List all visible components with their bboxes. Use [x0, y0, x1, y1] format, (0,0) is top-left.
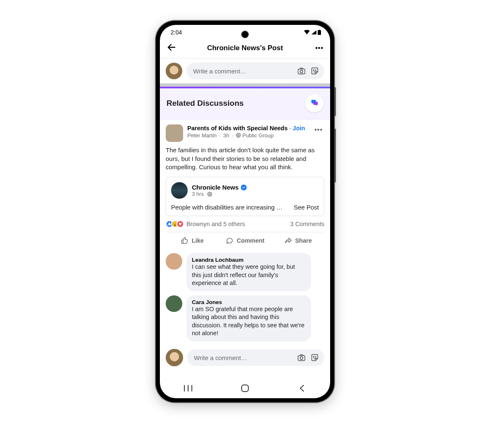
comment-item: Cara Jones I am SO grateful that more pe…: [166, 295, 324, 341]
camera-hole: [241, 31, 249, 38]
post-header: Parents of Kids with Special Needs · Joi…: [166, 124, 324, 142]
page-title: Chronicle News's Post: [177, 44, 313, 52]
camera-icon[interactable]: [297, 353, 306, 362]
verified-badge-icon: [241, 185, 247, 190]
commenter-name: Cara Jones: [192, 299, 306, 305]
embedded-source-name: Chronicle News: [192, 184, 239, 191]
related-heading: Related Discussions: [167, 99, 244, 108]
comment-composer-bottom: Write a comment…: [160, 346, 330, 371]
status-indicators: [304, 30, 321, 35]
recents-icon: [184, 385, 193, 392]
related-post: Parents of Kids with Special Needs · Joi…: [160, 119, 330, 249]
svg-point-11: [315, 356, 316, 357]
app-header: Chronicle News's Post •••: [160, 40, 330, 58]
user-avatar[interactable]: [166, 63, 182, 79]
globe-icon: [236, 133, 241, 138]
like-button[interactable]: Like: [166, 232, 218, 249]
svg-point-4: [313, 70, 314, 71]
share-button[interactable]: Share: [272, 232, 324, 249]
svg-point-5: [315, 70, 316, 71]
home-icon: [241, 384, 249, 392]
battery-icon: [318, 30, 321, 35]
post-time: 3h: [223, 132, 229, 139]
chevron-left-icon: [299, 385, 305, 392]
embedded-post-card[interactable]: Chronicle News 3 hrs People wit: [166, 177, 324, 216]
comment-text: I am SO grateful that more people are ta…: [192, 305, 306, 338]
home-button[interactable]: [228, 384, 262, 392]
share-icon: [284, 236, 292, 245]
user-avatar[interactable]: [166, 349, 183, 366]
svg-point-9: [300, 357, 303, 359]
join-link[interactable]: Join: [293, 125, 305, 131]
embedded-time: 3 hrs: [192, 191, 204, 197]
svg-rect-1: [318, 30, 320, 30]
status-time: 2:04: [171, 29, 182, 36]
arrow-left-icon: [167, 42, 176, 52]
commenter-avatar[interactable]: [166, 295, 182, 312]
back-nav-button[interactable]: [285, 385, 318, 392]
reactions-row[interactable]: 😮 Brownyn and 5 others 3 Comments: [166, 216, 324, 231]
camera-icon[interactable]: [297, 66, 306, 75]
comment-icon: [225, 236, 234, 245]
comment-bubble[interactable]: Cara Jones I am SO grateful that more pe…: [186, 295, 311, 341]
post-author[interactable]: Peter Martin: [187, 132, 217, 139]
recents-button[interactable]: [172, 385, 205, 392]
globe-icon: [207, 192, 212, 197]
related-discussions-header: Related Discussions: [160, 88, 330, 119]
chat-bubbles-icon: [310, 99, 319, 108]
post-action-bar: Like Comment Share: [166, 232, 324, 249]
header-more-button[interactable]: •••: [313, 44, 323, 52]
phone-frame: 2:04 Chronicle News's Post ••• Write a c…: [156, 21, 334, 402]
embedded-snippet: People with disabilities are increasing …: [171, 204, 292, 211]
reaction-icons: 😮: [166, 220, 184, 228]
group-avatar[interactable]: [166, 124, 183, 142]
svg-point-10: [313, 356, 314, 357]
embedded-source-avatar: [171, 182, 188, 199]
signal-icon: [311, 30, 317, 35]
comment-bubble[interactable]: Leandra Lochbaum I can see what they wer…: [186, 253, 311, 291]
post-visibility: Public Group: [243, 132, 274, 139]
post-more-button[interactable]: •••: [313, 124, 324, 135]
post-body: The families in this article don't look …: [166, 142, 324, 177]
sticker-icon[interactable]: [310, 66, 319, 75]
love-reaction-icon: [176, 220, 184, 228]
comment-text: I can see what they were going for, but …: [192, 263, 306, 287]
back-button[interactable]: [167, 42, 177, 54]
commenter-name: Leandra Lochbaum: [192, 257, 306, 263]
android-nav-bar: [160, 378, 330, 398]
comment-item: Leandra Lochbaum I can see what they wer…: [166, 253, 324, 291]
group-name[interactable]: Parents of Kids with Special Needs: [187, 125, 288, 131]
comment-placeholder: Write a comment…: [193, 68, 293, 75]
comment-input[interactable]: Write a comment…: [187, 349, 324, 366]
post-header-line: Parents of Kids with Special Needs · Joi…: [187, 124, 309, 132]
commenter-avatar[interactable]: [166, 253, 182, 270]
thumbs-up-icon: [181, 236, 189, 245]
related-discussions-badge[interactable]: [305, 94, 323, 112]
svg-point-3: [300, 70, 303, 73]
comment-composer-top: Write a comment…: [160, 58, 330, 83]
phone-side-button: [334, 87, 336, 116]
svg-rect-2: [298, 69, 305, 74]
wifi-icon: [304, 30, 310, 35]
reactions-text: Brownyn and 5 others: [186, 221, 245, 227]
svg-rect-12: [242, 385, 248, 392]
comment-button[interactable]: Comment: [218, 232, 271, 249]
svg-rect-0: [318, 30, 321, 35]
comment-input[interactable]: Write a comment…: [186, 63, 324, 79]
see-post-link[interactable]: See Post: [294, 204, 319, 211]
svg-rect-8: [298, 355, 305, 360]
phone-side-button: [334, 129, 336, 183]
section-divider: [160, 83, 330, 87]
sticker-icon[interactable]: [310, 353, 319, 362]
comments-count[interactable]: 3 Comments: [290, 221, 324, 227]
comment-placeholder: Write a comment…: [194, 354, 293, 361]
post-meta: Peter Martin 3h Public Group: [187, 132, 309, 139]
comments-list: Leandra Lochbaum I can see what they wer…: [160, 249, 330, 346]
screen: 2:04 Chronicle News's Post ••• Write a c…: [160, 25, 330, 398]
